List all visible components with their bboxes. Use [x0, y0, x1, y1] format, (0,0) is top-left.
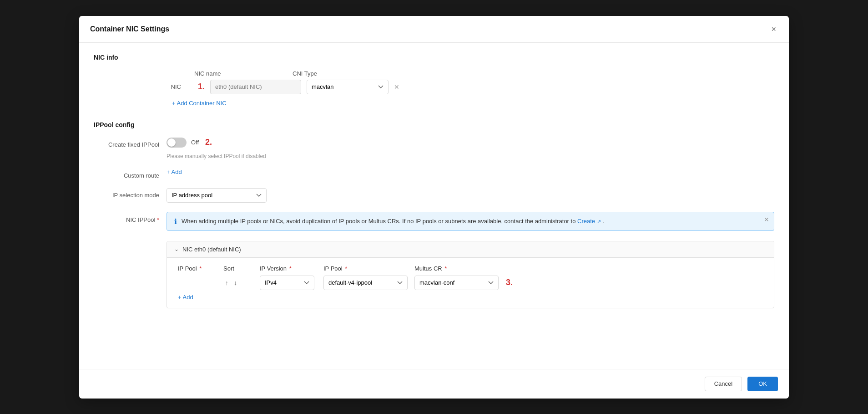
nic-ippool-section: ⌄ NIC eth0 (default NIC) IP Pool * [167, 241, 774, 308]
nic-ippool-row: NIC IPPool * ℹ When adding multiple IP p… [94, 212, 774, 308]
nic-eth0-title: NIC eth0 (default NIC) [182, 246, 241, 253]
sort-down-button[interactable]: ↓ [232, 278, 239, 287]
remove-nic-icon[interactable]: ✕ [394, 83, 399, 91]
ip-version-select[interactable]: IPv4 IPv6 [260, 276, 314, 290]
ip-mode-select[interactable]: IP address pool Static IP [167, 188, 267, 203]
modal-container: Container NIC Settings × NIC info NIC na… [79, 16, 789, 399]
chevron-down-icon: ⌄ [174, 246, 179, 252]
custom-route-label: Custom route [94, 169, 167, 179]
sort-up-button[interactable]: ↑ [223, 278, 230, 287]
add-custom-route-button[interactable]: + Add [167, 169, 182, 175]
modal-title: Container NIC Settings [90, 25, 169, 33]
ip-mode-label: IP selection mode [94, 188, 167, 199]
cni-type-col-header: CNI Type [293, 70, 374, 77]
nic-info-section: NIC info NIC name CNI Type NIC 1. macvla… [94, 54, 774, 107]
ip-pool-select[interactable]: default-v4-ippool [323, 276, 408, 290]
add-container-nic-button[interactable]: + Add Container NIC [172, 100, 227, 107]
info-banner-text: When adding multiple IP pools or NICs, a… [182, 217, 604, 226]
ip-version-cell: IPv4 IPv6 [260, 276, 323, 290]
nic-number: 1. [190, 82, 205, 92]
multus-cr-select[interactable]: macvlan-conf [414, 276, 499, 290]
nic-name-col-header: NIC name [194, 70, 285, 77]
ip-mode-row: IP selection mode IP address pool Static… [94, 188, 774, 203]
sort-buttons: ↑ ↓ [223, 278, 260, 287]
info-banner: ℹ When adding multiple IP pools or NICs,… [167, 212, 774, 231]
ippool-hint: Please manually select IPPool if disable… [167, 153, 266, 159]
col-ippoolval-header: IP Pool * [323, 265, 414, 272]
ippool-table: IP Pool * Sort IP Version * IP Pool * [167, 258, 774, 308]
modal-header: Container NIC Settings × [79, 16, 789, 43]
nic-ippool-section-header[interactable]: ⌄ NIC eth0 (default NIC) [167, 241, 774, 258]
col-ippool-header: IP Pool * [178, 265, 223, 272]
toggle-knob [167, 138, 176, 147]
col-sort-header: Sort [223, 265, 260, 272]
close-button[interactable]: × [769, 23, 778, 35]
cancel-button[interactable]: Cancel [705, 377, 742, 391]
ippool-config-section: IPPool config Create fixed IPPool Off 2.… [94, 121, 774, 308]
nic-row: NIC 1. macvlan ✕ [157, 80, 774, 94]
nic-info-title: NIC info [94, 54, 774, 61]
fixed-ippool-label: Create fixed IPPool [94, 138, 167, 148]
fixed-ippool-toggle[interactable] [167, 138, 187, 148]
multus-cr-cell: macvlan-conf 3. [414, 276, 513, 290]
add-nic-row: + Add Container NIC [172, 100, 774, 107]
ip-pool-cell: default-v4-ippool [323, 276, 414, 290]
add-pool-row: + Add [178, 294, 763, 301]
col-multus-header: Multus CR * [414, 265, 505, 272]
external-link-icon: ↗ [597, 219, 601, 224]
modal-overlay: Container NIC Settings × NIC info NIC na… [0, 0, 868, 414]
cni-type-select[interactable]: macvlan [307, 80, 389, 94]
step2-number: 2. [205, 138, 212, 147]
modal-footer: Cancel OK [79, 369, 789, 399]
toggle-row: Off 2. [167, 138, 212, 148]
toggle-off-label: Off [191, 139, 199, 146]
info-icon: ℹ [174, 217, 177, 226]
ok-button[interactable]: OK [747, 377, 778, 391]
step3-number: 3. [506, 278, 513, 287]
fixed-ippool-row: Create fixed IPPool Off 2. Please manual… [94, 138, 774, 159]
add-pool-button[interactable]: + Add [178, 294, 193, 301]
info-banner-close[interactable]: ✕ [764, 216, 769, 223]
ippool-config-title: IPPool config [94, 121, 774, 128]
nic-ippool-label: NIC IPPool * [94, 212, 167, 308]
ippool-table-header: IP Pool * Sort IP Version * IP Pool * [178, 265, 763, 272]
col-ipversion-header: IP Version * [260, 265, 323, 272]
create-link[interactable]: Create ↗ [577, 218, 602, 225]
modal-body: NIC info NIC name CNI Type NIC 1. macvla… [79, 43, 789, 369]
nic-name-input[interactable] [210, 80, 301, 94]
nic-label: NIC [157, 83, 185, 90]
ippool-table-row: ↑ ↓ IPv4 IPv6 [178, 276, 763, 290]
custom-route-row: Custom route + Add [94, 169, 774, 179]
